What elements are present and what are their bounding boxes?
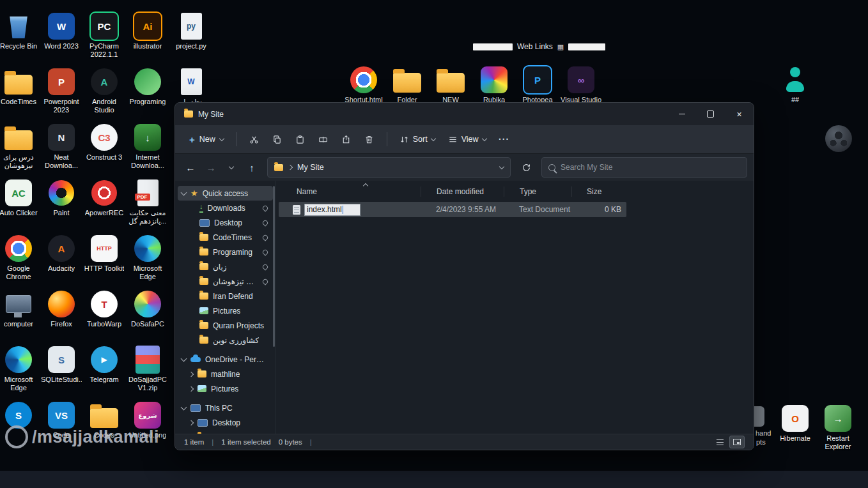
project-py-shortcut[interactable]: py project.py xyxy=(171,10,212,66)
computer-icon xyxy=(6,295,31,313)
details-view-button[interactable] xyxy=(713,436,727,448)
hash-user-shortcut[interactable]: ## xyxy=(775,64,816,119)
idm-shortcut[interactable]: ↓ Internet Downloa... xyxy=(127,121,168,177)
new-button[interactable]: + New xyxy=(183,131,230,148)
taskbar[interactable] xyxy=(0,471,868,488)
restart-explorer-shortcut[interactable]: → Restart Explorer xyxy=(818,402,858,458)
share-button[interactable] xyxy=(336,130,357,149)
watermark-text: /msajjadkamali xyxy=(32,427,159,447)
large-icons-view-button[interactable] xyxy=(729,436,745,448)
firefox-shortcut[interactable]: Firefox xyxy=(41,288,82,344)
neat-download-shortcut[interactable]: N Neat Downloa... xyxy=(41,121,82,177)
sidebar-item-zaban[interactable]: زبان xyxy=(178,259,273,274)
pycharm-shortcut[interactable]: PC PyCharm 2022.1.1 xyxy=(84,10,125,66)
sidebar-item-codetimes[interactable]: CodeTimes xyxy=(178,230,273,245)
search-box[interactable]: Search My Site xyxy=(541,157,747,178)
dosafapc-shortcut[interactable]: DoSafaPC xyxy=(127,288,168,344)
sidebar-item-dars-tizhooshan[interactable]: رس برای تیزهوشان xyxy=(178,274,273,289)
delete-button[interactable] xyxy=(359,130,380,149)
paint-shortcut[interactable]: Paint xyxy=(41,177,82,233)
copy-button[interactable] xyxy=(267,130,288,149)
sidebar-label: Desktop xyxy=(214,218,242,227)
sidebar-item-pictures[interactable]: Pictures xyxy=(178,303,273,318)
codetimes-folder-shortcut[interactable]: CodeTimes xyxy=(0,66,39,121)
more-button[interactable]: ··· xyxy=(493,130,515,149)
sidebar-item-pc-documents[interactable]: Documents xyxy=(178,430,273,434)
folder-icon xyxy=(199,248,208,255)
sidebar-item-keshavarzi[interactable]: کشاورزی نوین xyxy=(178,333,273,347)
android-studio-shortcut[interactable]: A Android Studio xyxy=(84,66,125,121)
rename-button[interactable] xyxy=(313,130,334,149)
minimize-button[interactable] xyxy=(667,103,696,125)
chevron-down-icon xyxy=(181,189,187,195)
forward-button[interactable]: → xyxy=(202,158,220,176)
hibernate-shortcut[interactable]: O Hibernate xyxy=(775,402,816,458)
zip-file-shortcut[interactable]: DoSajjadPC V1.zip xyxy=(127,344,168,399)
close-button[interactable]: × xyxy=(725,103,754,125)
illustrator-shortcut[interactable]: Ai illustrator xyxy=(127,10,168,66)
audacity-shortcut[interactable]: A Audacity xyxy=(41,233,82,288)
sidebar-onedrive[interactable]: OneDrive - Personal xyxy=(178,352,273,367)
word-shortcut[interactable]: W Word 2023 xyxy=(41,10,82,66)
http-toolkit-shortcut[interactable]: HTTP HTTP Toolkit xyxy=(84,233,125,288)
sidebar-this-pc[interactable]: This PC xyxy=(178,400,273,415)
address-dropdown-icon[interactable] xyxy=(499,164,504,169)
recent-locations-button[interactable] xyxy=(222,158,240,176)
zip-archive-icon xyxy=(136,346,160,374)
icon-label: Word 2023 xyxy=(44,42,79,50)
microsoft-edge-shortcut-2[interactable]: Microsoft Edge xyxy=(127,233,168,288)
construct3-shortcut[interactable]: C3 Construct 3 xyxy=(84,121,125,177)
file-row[interactable]: index.html 2/4/2023 9:55 AM Text Documen… xyxy=(279,202,626,217)
sidebar-item-onedrive-pictures[interactable]: Pictures xyxy=(178,381,273,396)
sidebar-scrollbar[interactable] xyxy=(273,186,275,347)
powerpoint-shortcut[interactable]: P Powerpoint 2023 xyxy=(41,66,82,121)
sidebar-quick-access[interactable]: ★ Quick access xyxy=(178,186,273,201)
sidebar-item-programing[interactable]: Programing xyxy=(178,245,273,259)
programing-shortcut[interactable]: Programing xyxy=(127,66,168,121)
maximize-button[interactable] xyxy=(696,103,725,125)
soccer-ball-shortcut[interactable] xyxy=(825,125,852,152)
google-chrome-shortcut[interactable]: Google Chrome xyxy=(0,233,39,288)
paste-button[interactable] xyxy=(290,130,311,149)
sidebar-item-mathline[interactable]: mathline xyxy=(178,367,273,381)
microsoft-edge-shortcut[interactable]: Microsoft Edge xyxy=(0,344,39,399)
recycle-bin-shortcut[interactable]: Recycle Bin xyxy=(0,10,39,66)
window-titlebar[interactable]: My Site × xyxy=(175,103,754,125)
person-bust-icon xyxy=(781,66,809,94)
sidebar-item-quran-projects[interactable]: Quran Projects xyxy=(178,318,273,333)
sidebar-item-pc-desktop[interactable]: Desktop xyxy=(178,415,273,430)
column-header-date-modified[interactable]: Date modified xyxy=(421,187,504,197)
back-button[interactable]: ← xyxy=(182,158,199,176)
pdf-document-shortcut[interactable]: PDF معنی حکایت ...یانزدهم گل xyxy=(127,177,168,233)
sidebar-label: CodeTimes xyxy=(213,233,252,242)
folder-icon xyxy=(393,73,421,93)
rename-input[interactable]: index.html xyxy=(304,204,360,216)
column-header-name[interactable]: Name xyxy=(279,187,421,196)
turbowarp-shortcut[interactable]: T TurboWarp xyxy=(84,288,125,344)
view-button[interactable]: View xyxy=(442,131,492,148)
sidebar-item-iran-defend[interactable]: Iran Defend xyxy=(178,289,273,303)
divider: | xyxy=(212,438,213,446)
label-fragment: pts xyxy=(756,438,766,446)
column-header-type[interactable]: Type xyxy=(504,187,571,197)
apowerrec-shortcut[interactable]: ApowerREC xyxy=(84,177,125,233)
address-bar[interactable]: My Site xyxy=(267,157,511,178)
sort-button[interactable]: Sort xyxy=(394,131,441,148)
refresh-button[interactable] xyxy=(517,158,535,176)
chevron-down-icon xyxy=(181,404,187,410)
android-studio-icon: A xyxy=(91,68,118,95)
selection-count: 1 item selected xyxy=(221,438,270,446)
sort-button-label: Sort xyxy=(413,135,428,144)
auto-clicker-icon: AC xyxy=(5,179,32,206)
dars-folder-shortcut[interactable]: درس برای تیزهوشان xyxy=(0,121,39,177)
up-button[interactable]: ↑ xyxy=(243,158,261,176)
sidebar-item-desktop[interactable]: Desktop xyxy=(178,215,273,230)
breadcrumb[interactable]: My Site xyxy=(297,163,324,172)
column-header-size[interactable]: Size xyxy=(571,187,626,197)
auto-clicker-shortcut[interactable]: AC Auto Clicker xyxy=(0,177,39,233)
sidebar-item-downloads[interactable]: ↓ Downloads xyxy=(178,201,273,215)
sqlitestudio-shortcut[interactable]: S SQLiteStudi... xyxy=(41,344,82,399)
computer-shortcut[interactable]: computer xyxy=(0,288,39,344)
telegram-shortcut[interactable]: ▶ Telegram xyxy=(84,344,125,399)
cut-button[interactable] xyxy=(244,130,265,149)
